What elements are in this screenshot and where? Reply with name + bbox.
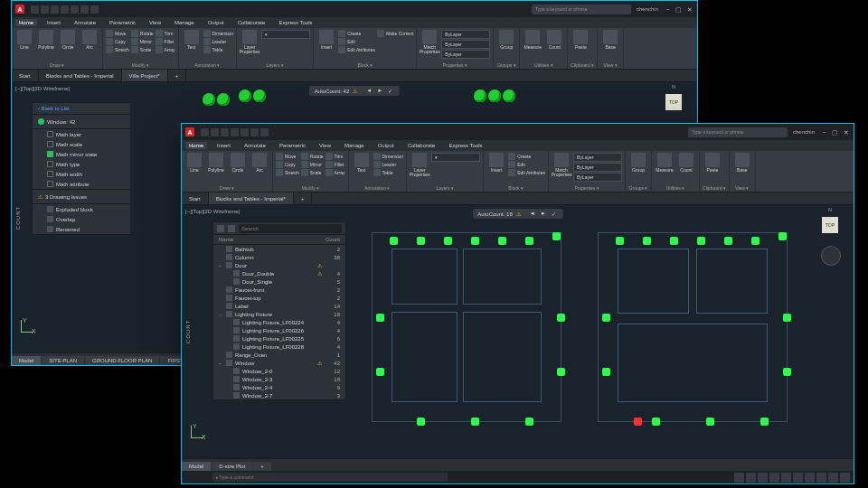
count-row[interactable]: Door_Single5 [213,277,345,286]
expand-icon[interactable] [228,225,235,232]
arc-button[interactable]: Arc [250,153,269,173]
measure-button[interactable]: Measure [523,30,542,50]
edit-button[interactable]: Edit [508,161,545,168]
checkbox-icon[interactable] [47,181,53,187]
count-row[interactable]: Lighting Fixture_LF002264 [213,326,345,334]
stretch-button[interactable]: Stretch [106,46,129,53]
tab-view[interactable]: View [316,142,335,149]
count-row[interactable]: Faucet-top2 [213,294,345,302]
count-row[interactable]: Window_2-73 [213,391,345,399]
viewport-label[interactable]: [−][Top][2D Wireframe] [185,209,240,214]
polyline-button[interactable]: Polyline [206,153,226,173]
doctab-start[interactable]: Start [182,192,209,204]
linetype-combo[interactable]: ByLayer [441,50,490,59]
match-row[interactable]: Math mirror state [33,149,130,159]
window-controls[interactable]: −▢✕ [820,128,850,136]
tab-parametric[interactable]: Parametric [276,142,309,149]
count-tab-label[interactable]: COUNT [185,320,191,343]
drawing-canvas[interactable]: [−][Top][2D Wireframe] AutoCount: 18 ⚠ ◄… [182,205,854,458]
tab-annotate[interactable]: Annotate [71,19,99,26]
trim-button[interactable]: Trim [326,153,345,160]
layer-combo[interactable]: ▾ [261,30,310,39]
tab-collaborate[interactable]: Collaborate [404,142,439,149]
doctab-add[interactable]: + [294,192,313,204]
circle-button[interactable]: Circle [58,30,78,50]
match-row[interactable]: Math layer [33,129,130,139]
paste-button[interactable]: Paste [703,153,722,173]
base-button[interactable]: Base [732,153,752,173]
quick-access-toolbar[interactable] [31,5,99,14]
mirror-button[interactable]: Mirror [301,161,324,168]
status-button[interactable] [828,473,838,483]
tab-output[interactable]: Output [374,142,398,149]
count-row[interactable]: Door_Double⚠4 [213,269,345,277]
autocount-toolbar[interactable]: AutoCount: 42 ⚠ ◄►✓ [309,86,400,96]
count-row[interactable]: Lighting Fixture_LF002244 [213,318,345,326]
count-row[interactable]: −Lighting Fixture18 [213,310,345,318]
scale-button[interactable]: Scale [131,46,154,53]
table-button[interactable]: Table [203,46,234,53]
count-row[interactable]: Window_2-012 [213,367,345,375]
prev-button[interactable]: ◄ [528,211,537,217]
editattr-button[interactable]: Edit Attributes [508,169,545,176]
polyline-button[interactable]: Polyline [36,30,56,50]
match-row[interactable]: Math width [33,169,130,179]
arc-button[interactable]: Arc [80,30,99,50]
expand-icon[interactable]: − [219,361,226,366]
move-button[interactable]: Move [106,30,129,37]
lineweight-combo[interactable]: ByLayer [441,40,490,49]
tab-express[interactable]: Express Tools [275,19,316,26]
doctab-villa[interactable]: Villa Project* [122,70,168,81]
status-button[interactable] [769,473,779,483]
group-button[interactable]: Group [628,153,648,173]
issue-row[interactable]: Renamed [33,224,130,234]
insert-button[interactable]: Insert [486,153,506,173]
status-button[interactable] [816,473,826,483]
layer-combo[interactable]: ▾ [431,153,480,162]
copy-button[interactable]: Copy [276,161,299,168]
layout-model[interactable]: Model [12,356,41,365]
tab-home[interactable]: Home [185,142,207,149]
tab-annotate[interactable]: Annotate [241,142,269,149]
col-count[interactable]: Count [316,237,340,242]
create-button[interactable]: Create [508,153,545,160]
count-row[interactable]: Lighting Fixture_LF002284 [213,343,345,351]
table-button[interactable]: Table [373,169,404,176]
insert-button[interactable]: Insert [316,30,336,50]
leader-button[interactable]: Leader [373,161,404,168]
line-button[interactable]: Line [184,153,204,173]
status-button[interactable] [781,473,791,483]
count-row[interactable]: Window_2-49 [213,383,345,391]
match-properties-button[interactable]: Match Properties [420,30,439,54]
line-button[interactable]: Line [14,30,34,50]
count-row[interactable]: −Window⚠42 [213,359,345,367]
match-row[interactable]: Math scale [33,139,130,149]
tab-output[interactable]: Output [204,19,228,26]
search-input[interactable]: Type a keyword or phrase [688,127,788,137]
window-controls[interactable]: −▢✕ [664,5,693,14]
copy-button[interactable]: Copy [106,38,129,45]
trim-button[interactable]: Trim [156,30,175,37]
checkbox-icon[interactable] [47,131,53,137]
user-label[interactable]: chenchin [793,129,815,135]
color-combo[interactable]: ByLayer [441,30,490,39]
checkbox-icon[interactable] [47,171,53,177]
quick-access-toolbar[interactable] [201,128,269,136]
filter-icon[interactable] [217,225,224,232]
count-row[interactable]: Lighting Fixture_LF002256 [213,334,345,343]
viewport-label[interactable]: [−][Top][2D Wireframe] [15,86,70,91]
checkbox-icon[interactable] [47,161,53,167]
checkbox-icon[interactable] [47,151,53,157]
doctab-add[interactable]: + [168,70,187,81]
viewcube[interactable]: NTOP [817,212,843,238]
tab-collaborate[interactable]: Collaborate [234,19,269,26]
status-button[interactable] [793,473,803,483]
count-row[interactable]: Label14 [213,302,345,310]
create-button[interactable]: Create [338,30,375,37]
dimension-button[interactable]: Dimension [203,30,234,37]
paste-button[interactable]: Paste [571,30,590,50]
tab-manage[interactable]: Manage [341,142,368,149]
tab-insert[interactable]: Insert [43,19,64,26]
layout-add[interactable]: + [253,462,271,471]
group-button[interactable]: Group [496,30,516,50]
